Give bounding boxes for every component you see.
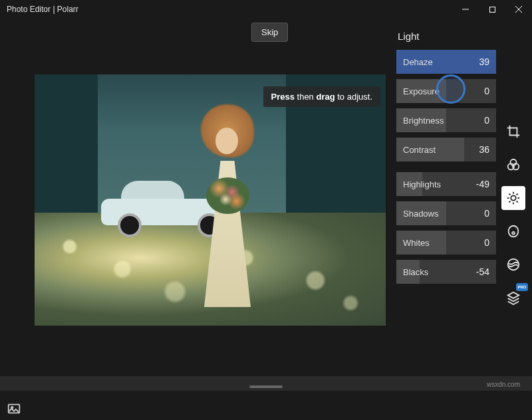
slider-value: 39 bbox=[479, 56, 489, 67]
titlebar: Photo Editor | Polarr bbox=[0, 0, 532, 19]
maximize-button[interactable] bbox=[479, 0, 505, 19]
slider-label: Dehaze bbox=[403, 57, 433, 67]
slider-whites[interactable]: Whites0 bbox=[396, 231, 496, 255]
crop-icon[interactable] bbox=[501, 120, 525, 144]
slider-dehaze[interactable]: Dehaze39 bbox=[396, 50, 496, 74]
layers-icon[interactable]: PRO bbox=[501, 286, 525, 310]
watermark: wsxdn.com bbox=[487, 381, 520, 388]
svg-line-14 bbox=[509, 201, 510, 203]
bottom-bar bbox=[0, 376, 532, 391]
svg-line-12 bbox=[509, 193, 510, 195]
slider-label: Exposure bbox=[403, 86, 440, 96]
effects-icon[interactable] bbox=[501, 219, 525, 243]
slider-label: Blacks bbox=[403, 267, 428, 277]
slider-blacks[interactable]: Blacks-54 bbox=[396, 260, 496, 284]
tutorial-tooltip: Press then drag to adjust. bbox=[263, 86, 381, 107]
slider-label: Highlights bbox=[403, 179, 441, 189]
slider-value: 0 bbox=[484, 86, 489, 96]
light-panel: Light Dehaze39Exposure0Brightness0Contra… bbox=[396, 31, 496, 289]
pro-badge: PRO bbox=[516, 283, 528, 291]
panel-title: Light bbox=[396, 31, 496, 42]
slider-exposure[interactable]: Exposure0 bbox=[396, 79, 496, 103]
slider-label: Brightness bbox=[403, 116, 444, 126]
svg-marker-18 bbox=[508, 292, 519, 298]
detail-icon[interactable] bbox=[501, 253, 525, 276]
window-controls bbox=[452, 0, 532, 19]
skip-button[interactable]: Skip bbox=[251, 23, 288, 42]
window-title: Photo Editor | Polarr bbox=[7, 5, 78, 14]
slider-label: Shadows bbox=[403, 209, 438, 219]
color-icon[interactable] bbox=[501, 153, 525, 177]
slider-value: 0 bbox=[484, 237, 489, 248]
svg-line-13 bbox=[517, 201, 518, 203]
svg-point-16 bbox=[512, 232, 515, 235]
close-button[interactable] bbox=[505, 0, 532, 19]
light-icon[interactable] bbox=[501, 186, 525, 210]
svg-point-7 bbox=[511, 195, 515, 200]
scroll-thumb[interactable] bbox=[249, 385, 283, 388]
slider-label: Whites bbox=[403, 238, 430, 248]
gallery-icon[interactable] bbox=[7, 401, 21, 416]
slider-shadows[interactable]: Shadows0 bbox=[396, 201, 496, 225]
slider-value: 0 bbox=[484, 115, 489, 126]
slider-brightness[interactable]: Brightness0 bbox=[396, 108, 496, 132]
slider-label: Contrast bbox=[403, 145, 436, 155]
app-window: Photo Editor | Polarr Skip bbox=[0, 0, 532, 420]
photo-content bbox=[35, 74, 386, 326]
slider-value: 36 bbox=[479, 144, 489, 155]
slider-value: -54 bbox=[476, 266, 489, 277]
minimize-button[interactable] bbox=[452, 0, 479, 19]
svg-line-15 bbox=[517, 193, 518, 195]
slider-value: 0 bbox=[484, 208, 489, 219]
slider-contrast[interactable]: Contrast36 bbox=[396, 138, 496, 161]
tool-rail: PRO bbox=[500, 120, 527, 310]
slider-highlights[interactable]: Highlights-49 bbox=[396, 172, 496, 196]
svg-rect-1 bbox=[489, 7, 495, 12]
slider-value: -49 bbox=[476, 179, 489, 189]
photo-canvas[interactable]: Press then drag to adjust. bbox=[35, 74, 386, 326]
